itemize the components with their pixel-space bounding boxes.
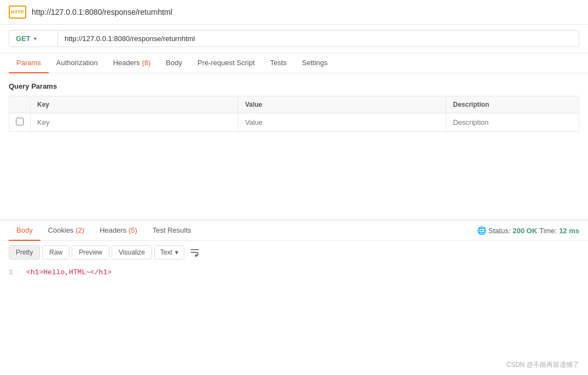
response-tab-cookies[interactable]: Cookies (2)	[40, 221, 92, 241]
top-bar: HTTP http://127.0.0.1:8080/response/retu…	[0, 0, 588, 25]
time-value: 12 ms	[559, 227, 579, 235]
tab-settings[interactable]: Settings	[294, 53, 335, 73]
value-input[interactable]	[245, 118, 439, 126]
wrap-icon[interactable]	[189, 246, 201, 258]
chevron-down-icon: ▾	[34, 36, 37, 42]
code-content: <h1>Hello,HTML~</h1>	[26, 268, 112, 276]
description-input[interactable]	[453, 118, 572, 126]
tab-authorization[interactable]: Authorization	[49, 53, 106, 73]
response-tab-body[interactable]: Body	[9, 221, 40, 241]
tab-params[interactable]: Params	[9, 53, 49, 73]
tab-tests[interactable]: Tests	[263, 53, 294, 73]
params-table: Key Value Description	[9, 96, 579, 132]
format-dropdown[interactable]: Text ▾	[154, 245, 184, 259]
request-bar: GET ▾	[0, 25, 588, 53]
raw-button[interactable]: Raw	[42, 245, 69, 259]
response-body: 1 <h1>Hello,HTML~</h1>	[0, 264, 588, 281]
key-col-header: Key	[31, 96, 238, 113]
value-cell[interactable]	[238, 113, 446, 132]
response-tab-headers[interactable]: Headers (5)	[92, 221, 145, 241]
format-chevron-icon: ▾	[175, 249, 178, 256]
description-col-header: Description	[446, 96, 579, 113]
visualize-button[interactable]: Visualize	[112, 245, 152, 259]
query-params-title: Query Params	[9, 82, 579, 90]
top-url: http://127.0.0.1:8080/response/returnhtm…	[32, 8, 172, 16]
response-tab-testresults[interactable]: Test Results	[145, 221, 199, 241]
tab-body[interactable]: Body	[158, 53, 190, 73]
response-tabs-bar: Body Cookies (2) Headers (5) Test Result…	[0, 221, 588, 241]
response-tabs: Body Cookies (2) Headers (5) Test Result…	[9, 221, 477, 240]
response-section: Body Cookies (2) Headers (5) Test Result…	[0, 220, 588, 281]
format-dropdown-label: Text	[160, 249, 172, 256]
checkbox-col-header	[9, 96, 31, 113]
http-icon: HTTP	[9, 5, 26, 19]
response-format-bar: Pretty Raw Preview Visualize Text ▾	[0, 241, 588, 264]
request-tabs-section: Params Authorization Headers (8) Body Pr…	[0, 53, 588, 73]
row-checkbox[interactable]	[16, 118, 24, 125]
tab-headers[interactable]: Headers (8)	[106, 53, 159, 73]
key-cell[interactable]	[31, 113, 238, 132]
globe-icon: 🌐	[477, 226, 486, 235]
time-label: Time:	[539, 227, 557, 235]
tab-prerequest[interactable]: Pre-request Script	[190, 53, 263, 73]
key-input[interactable]	[37, 118, 231, 126]
query-params-section: Query Params Key Value Description	[0, 73, 588, 132]
description-cell[interactable]	[446, 113, 579, 132]
row-checkbox-cell	[9, 113, 31, 132]
status-label: Status:	[488, 227, 510, 235]
response-status: 🌐 Status: 200 OK Time: 12 ms	[477, 226, 579, 235]
request-tabs: Params Authorization Headers (8) Body Pr…	[9, 53, 579, 73]
url-input[interactable]	[58, 30, 579, 47]
code-line: 1 <h1>Hello,HTML~</h1>	[9, 268, 579, 276]
cookies-badge: (2)	[75, 226, 84, 234]
headers-badge: (8)	[142, 59, 150, 67]
response-headers-badge: (5)	[129, 226, 137, 234]
pretty-button[interactable]: Pretty	[9, 245, 40, 259]
method-select[interactable]: GET ▾	[9, 30, 58, 47]
status-value: 200 OK	[513, 227, 537, 235]
line-number: 1	[9, 268, 18, 276]
preview-button[interactable]: Preview	[72, 245, 109, 259]
value-col-header: Value	[238, 96, 446, 113]
table-row	[9, 113, 579, 132]
method-label: GET	[16, 34, 31, 43]
